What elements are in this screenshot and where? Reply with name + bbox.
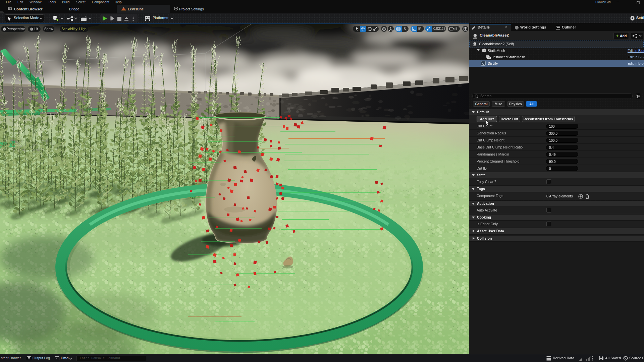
svg-text:C: C — [482, 62, 485, 65]
